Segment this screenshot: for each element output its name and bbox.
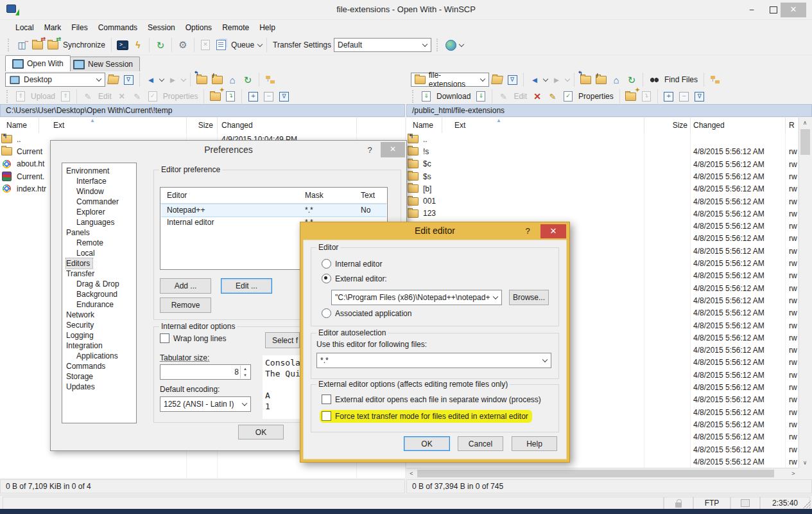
right-col-ext[interactable]: Ext bbox=[454, 121, 465, 130]
right-root-directory-icon[interactable]: / bbox=[593, 73, 609, 87]
globe-dropdown-icon[interactable] bbox=[459, 42, 464, 47]
internal-editor-radio[interactable] bbox=[322, 259, 331, 269]
scroll-down-icon[interactable]: ∨ bbox=[800, 457, 810, 468]
tree-item-storage[interactable]: Storage bbox=[66, 372, 93, 381]
external-editor-radio-row[interactable]: External editor: bbox=[322, 274, 387, 283]
left-col-ext[interactable]: Ext bbox=[53, 121, 64, 130]
resize-grip[interactable] bbox=[803, 501, 811, 508]
edit-editor-close-button[interactable]: ✕ bbox=[540, 224, 566, 238]
menu-mark[interactable]: Mark bbox=[39, 21, 67, 34]
tree-item-background[interactable]: Background bbox=[76, 290, 117, 299]
right-back-dropdown-icon[interactable] bbox=[543, 76, 548, 82]
tab-new-session[interactable]: New Session bbox=[66, 57, 140, 71]
tree-item-environment[interactable]: Environment bbox=[66, 166, 109, 175]
queue-dropdown-icon[interactable] bbox=[257, 42, 263, 47]
right-home-directory-icon[interactable]: ⌂ bbox=[609, 73, 624, 87]
col-editor[interactable]: Editor bbox=[167, 188, 187, 203]
download-alt-icon[interactable]: ⇓ bbox=[473, 89, 488, 103]
right-new-folder-icon[interactable]: ✦ bbox=[623, 89, 639, 103]
download-icon[interactable]: ⇓ bbox=[419, 89, 434, 103]
select-font-button[interactable]: Select f bbox=[265, 332, 300, 348]
tabulator-size-spinner[interactable]: 8 ▲▼ bbox=[160, 364, 251, 380]
refresh-icon[interactable]: ↻ bbox=[153, 38, 168, 52]
menu-files[interactable]: Files bbox=[66, 21, 92, 34]
associated-application-radio-row[interactable]: Associated application bbox=[322, 308, 411, 318]
wrap-long-lines-checkbox[interactable] bbox=[160, 333, 169, 343]
scroll-left-icon[interactable]: < bbox=[406, 468, 417, 479]
left-parent-directory-icon[interactable]: ↰ bbox=[194, 73, 209, 87]
open-in-putty-icon[interactable]: ϟ bbox=[130, 38, 146, 52]
left-filter-icon[interactable]: ∇ bbox=[121, 73, 136, 87]
left-back-dropdown-icon[interactable] bbox=[159, 76, 164, 82]
minimize-button[interactable]: – bbox=[742, 4, 761, 16]
separate-window-checkbox-row[interactable]: External editor opens each file in separ… bbox=[322, 394, 541, 404]
right-list-header[interactable]: Name Ext ▲ Size Changed R bbox=[406, 118, 798, 134]
tree-item-endurance[interactable]: Endurance bbox=[76, 300, 114, 309]
left-back-icon[interactable]: ◄ bbox=[143, 73, 159, 87]
tree-item-transfer[interactable]: Transfer bbox=[66, 269, 94, 278]
right-properties-label[interactable]: Properties bbox=[576, 92, 616, 101]
left-list-header[interactable]: Name Ext ▲ Size Changed bbox=[0, 118, 405, 134]
remove-button[interactable]: Remove bbox=[160, 297, 211, 313]
vscroll-thumb[interactable] bbox=[800, 129, 810, 155]
tree-item-drag-drop[interactable]: Drag & Drop bbox=[76, 279, 119, 288]
find-files-label[interactable]: Find Files bbox=[662, 75, 700, 84]
right-open-directory-icon[interactable] bbox=[489, 73, 505, 87]
hscroll-thumb[interactable] bbox=[417, 470, 774, 477]
right-rename-icon[interactable]: ✎ bbox=[545, 89, 560, 103]
queue-icon[interactable] bbox=[213, 38, 229, 52]
external-editor-radio[interactable] bbox=[322, 274, 331, 283]
tree-item-applications[interactable]: Applications bbox=[76, 351, 118, 360]
browse-button[interactable]: Browse... bbox=[509, 290, 549, 305]
right-refresh-icon[interactable]: ↻ bbox=[624, 73, 639, 87]
file-row[interactable]: !s4/8/2015 5:56:12 AMrw bbox=[406, 145, 798, 157]
tab-open-with[interactable]: Open With bbox=[5, 55, 71, 71]
spinner-arrows-icon[interactable]: ▲▼ bbox=[240, 366, 250, 378]
edit-editor-help-button[interactable]: ? bbox=[521, 225, 534, 238]
force-text-mode-checkbox[interactable] bbox=[322, 411, 331, 421]
file-row[interactable]: [b]4/8/2015 5:56:12 AMrw bbox=[406, 182, 798, 195]
separate-window-checkbox[interactable] bbox=[322, 394, 331, 404]
tree-item-local[interactable]: Local bbox=[76, 249, 95, 258]
right-back-icon[interactable]: ◄ bbox=[527, 73, 542, 87]
right-properties-icon[interactable]: ✓ bbox=[560, 89, 576, 103]
associated-application-radio[interactable] bbox=[322, 308, 331, 318]
file-row[interactable]: 1234/8/2015 5:56:12 AMrw bbox=[406, 208, 798, 220]
menu-options[interactable]: Options bbox=[180, 21, 217, 34]
synchronize-browsing-icon[interactable]: ⇄ bbox=[30, 38, 45, 52]
queue-label[interactable]: Queue bbox=[229, 40, 257, 49]
wrap-long-lines-row[interactable]: Wrap long lines bbox=[160, 333, 227, 343]
tree-item-logging[interactable]: Logging bbox=[66, 331, 94, 340]
right-hscrollbar[interactable]: < > bbox=[406, 468, 799, 479]
synchronize-icon[interactable]: ⇄ bbox=[45, 38, 60, 52]
force-text-mode-checkbox-row[interactable]: Force text transfer mode for files edite… bbox=[320, 410, 532, 423]
left-select-icon[interactable]: + bbox=[245, 89, 261, 103]
menu-session[interactable]: Session bbox=[143, 21, 180, 34]
left-address-bar[interactable]: C:\Users\User\Desktop\Open With\Current\… bbox=[0, 104, 405, 117]
file-row[interactable]: 0014/8/2015 5:56:12 AMrw bbox=[406, 195, 798, 208]
preferences-close-button[interactable]: ✕ bbox=[381, 142, 405, 157]
file-mask-select[interactable]: *.* bbox=[316, 353, 551, 368]
file-row[interactable]: $c4/8/2015 5:56:12 AMrw bbox=[406, 158, 798, 170]
preferences-gear-icon[interactable]: ⚙ bbox=[175, 38, 191, 52]
close-button[interactable]: ✕ bbox=[781, 3, 806, 17]
synchronize-label[interactable]: Synchronize bbox=[60, 40, 108, 49]
col-mask[interactable]: Mask bbox=[305, 188, 324, 203]
edit-button[interactable]: Edit ... bbox=[221, 278, 272, 294]
right-vscrollbar[interactable]: ∧ ∨ bbox=[799, 118, 811, 468]
tree-item-window[interactable]: Window bbox=[76, 187, 104, 196]
left-open-directory-icon[interactable] bbox=[105, 73, 121, 87]
console-icon[interactable]: >_ bbox=[115, 38, 130, 52]
tree-item-integration[interactable]: Integration bbox=[66, 341, 103, 350]
compare-directories-icon[interactable]: ◫↔ bbox=[14, 38, 30, 52]
right-directory-tree-icon[interactable] bbox=[707, 73, 723, 87]
custom-commands-globe-icon[interactable] bbox=[443, 38, 458, 52]
tree-item-network[interactable]: Network bbox=[66, 310, 94, 319]
preferences-title[interactable]: Preferences bbox=[51, 141, 406, 159]
editor-row-notepad[interactable]: Notepad++ *.* No bbox=[161, 204, 386, 217]
tree-item-remote[interactable]: Remote bbox=[76, 238, 103, 247]
file-row[interactable]: $s4/8/2015 5:56:12 AMrw bbox=[406, 170, 798, 182]
left-selection-filter-icon[interactable]: ∇ bbox=[276, 89, 291, 103]
left-col-changed[interactable]: Changed bbox=[221, 121, 253, 130]
right-filter-icon[interactable]: ∇ bbox=[505, 73, 520, 87]
